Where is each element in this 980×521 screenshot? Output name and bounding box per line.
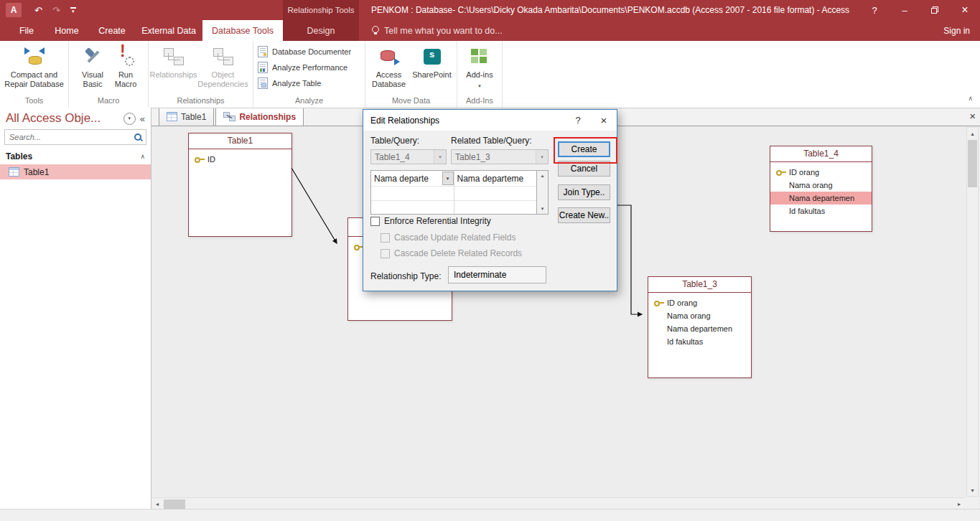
cell-dropdown-icon[interactable]: ▾	[442, 172, 454, 185]
ribbon-group-relationships: Relationships Object Dependencies Relati…	[149, 41, 253, 108]
restore-icon[interactable]	[920, 0, 950, 20]
cascade-delete-checkbox: Cascade Delete Related Records	[381, 248, 522, 258]
tab-file[interactable]: File	[9, 20, 45, 41]
nav-section-tables[interactable]: Tables ∧	[0, 147, 151, 164]
diagram-field-id-orang[interactable]: ID orang	[648, 296, 751, 309]
doc-tab-relationships[interactable]: Relationships	[215, 107, 304, 126]
dialog-body: Table/Query: Related Table/Query: Table1…	[363, 131, 617, 291]
compact-repair-label: Compact and Repair Database	[2, 70, 67, 89]
diagram-table-table1-3[interactable]: Table1_3 ID orang Nama orang Nama depart…	[648, 276, 752, 378]
sharepoint-button[interactable]: SharePoint	[410, 42, 454, 80]
diagram-table-table1[interactable]: Table1 ID	[188, 133, 292, 237]
run-macro-label: Run Macro	[110, 70, 141, 89]
doc-tab-table1[interactable]: Table1	[159, 107, 214, 126]
search-input[interactable]	[8, 132, 131, 142]
tab-database-tools[interactable]: Database Tools	[202, 20, 283, 41]
horizontal-scroll-thumb[interactable]	[164, 499, 185, 509]
diagram-table-table1-4[interactable]: Table1_4 ID orang Nama orang Nama depart…	[770, 146, 872, 232]
run-macro-button[interactable]: ! Run Macro	[110, 42, 141, 89]
dialog-help-icon[interactable]: ?	[565, 115, 591, 126]
diagram-table-title[interactable]: Table1_4	[770, 146, 872, 162]
field-label: ID orang	[789, 168, 819, 177]
vertical-scroll-thumb[interactable]	[968, 140, 977, 187]
cancel-button[interactable]: Cancel	[558, 161, 610, 177]
minimize-icon[interactable]: –	[890, 0, 920, 20]
diagram-field-nama-orang[interactable]: Nama orang	[770, 179, 872, 192]
shutter-bar-icon[interactable]: «	[140, 113, 145, 124]
scrollbar-corner	[965, 497, 979, 510]
enforce-referential-integrity-checkbox[interactable]: Enforce Referential Integrity	[370, 216, 491, 226]
collapse-ribbon-icon[interactable]: ∧	[968, 95, 973, 102]
scroll-up-icon[interactable]: ▴	[967, 128, 978, 139]
dialog-close-icon[interactable]: ×	[591, 114, 617, 126]
database-documenter-button[interactable]: Database Documenter	[258, 44, 351, 59]
help-icon[interactable]: ?	[859, 0, 890, 20]
table-query-combo[interactable]: Table1_4 ▾	[370, 149, 447, 164]
tab-external-data[interactable]: External Data	[135, 20, 202, 41]
diagram-field-id-orang[interactable]: ID orang	[770, 166, 872, 179]
grid-scroll-down-icon[interactable]: ▾	[537, 204, 548, 214]
tab-create[interactable]: Create	[89, 20, 135, 41]
combo-dropdown-icon[interactable]: ▾	[434, 150, 446, 164]
sign-in-link[interactable]: Sign in	[943, 20, 970, 41]
redo-icon[interactable]: ↷	[52, 5, 60, 16]
diagram-table-title[interactable]: Table1	[189, 133, 291, 149]
compact-repair-button[interactable]: Compact and Repair Database	[2, 42, 67, 89]
diagram-field-id-fakultas[interactable]: Id fakultas	[770, 205, 872, 217]
grid-cell-right-value: Nama departeme	[457, 174, 537, 184]
checkbox-box[interactable]	[370, 217, 380, 226]
group-label-macro: Macro	[69, 95, 148, 108]
access-app-icon[interactable]: A	[6, 3, 22, 17]
nav-item-table1[interactable]: Table1	[0, 164, 151, 179]
field-label: ID orang	[667, 299, 697, 307]
analyze-table-button[interactable]: Analyze Table	[258, 76, 321, 90]
diagram-field-nama-orang[interactable]: Nama orang	[648, 309, 751, 322]
analyze-performance-label: Analyze Performance	[272, 63, 347, 72]
addins-label: Add-ins	[466, 70, 493, 80]
sharepoint-label: SharePoint	[412, 70, 451, 80]
diagram-table-title[interactable]: Table1_3	[648, 277, 751, 293]
ribbon-group-move-data: Access Database SharePoint Move Data	[365, 41, 457, 108]
dialog-title: Edit Relationships	[363, 116, 565, 126]
diagram-field-id[interactable]: ID	[189, 153, 291, 166]
close-document-icon[interactable]: ×	[969, 110, 976, 122]
field-label: Id fakultas	[789, 207, 825, 215]
search-icon[interactable]	[134, 133, 143, 142]
horizontal-scrollbar[interactable]: ◂ ▸	[151, 497, 965, 510]
relationships-button[interactable]: Relationships	[151, 42, 196, 80]
grid-cell-left[interactable]: Nama departe ▾	[371, 171, 454, 186]
table-query-value: Table1_4	[371, 152, 434, 162]
scroll-right-icon[interactable]: ▸	[953, 498, 965, 510]
diagram-field-nama-departemen-highlighted[interactable]: Nama departemen	[770, 192, 872, 205]
run-macro-icon: !	[115, 46, 136, 67]
nav-pane-header: All Access Obje... ▾ «	[0, 108, 151, 127]
customize-qat-icon[interactable]: ▾	[70, 7, 76, 14]
combo-dropdown-icon[interactable]: ▾	[536, 150, 548, 164]
access-database-button[interactable]: Access Database	[368, 42, 410, 89]
field-label: Nama orang	[789, 181, 833, 189]
create-button[interactable]: Create	[558, 141, 610, 157]
primary-key-icon	[654, 300, 664, 306]
join-type-button[interactable]: Join Type..	[558, 184, 610, 200]
grid-cell-right[interactable]: Nama departeme	[454, 171, 537, 186]
tab-design[interactable]: Design	[283, 20, 359, 41]
related-table-query-combo[interactable]: Table1_3 ▾	[451, 149, 549, 164]
close-icon[interactable]: ×	[950, 0, 980, 20]
analyze-performance-button[interactable]: Analyze Performance	[258, 60, 347, 75]
diagram-field-nama-departemen[interactable]: Nama departemen	[648, 322, 751, 335]
undo-icon[interactable]: ↶	[34, 5, 42, 16]
addins-button[interactable]: Add-ins ▾	[464, 42, 495, 90]
nav-menu-icon[interactable]: ▾	[123, 113, 136, 125]
dialog-titlebar[interactable]: Edit Relationships ? ×	[363, 110, 617, 131]
visual-basic-button[interactable]: Visual Basic	[75, 42, 110, 89]
object-dependencies-button[interactable]: Object Dependencies	[196, 42, 251, 89]
vertical-scrollbar[interactable]: ▴ ▾	[966, 127, 979, 497]
tell-me-box[interactable]: Tell me what you want to do...	[372, 20, 503, 41]
diagram-field-id-fakultas[interactable]: Id fakultas	[648, 335, 751, 348]
grid-scroll-up-icon[interactable]: ▴	[537, 171, 548, 181]
scroll-left-icon[interactable]: ◂	[151, 498, 163, 510]
tab-home[interactable]: Home	[45, 20, 89, 41]
grid-scrollbar[interactable]: ▴ ▾	[536, 171, 548, 214]
scroll-down-icon[interactable]: ▾	[967, 484, 978, 496]
create-new-button[interactable]: Create New..	[558, 207, 610, 223]
